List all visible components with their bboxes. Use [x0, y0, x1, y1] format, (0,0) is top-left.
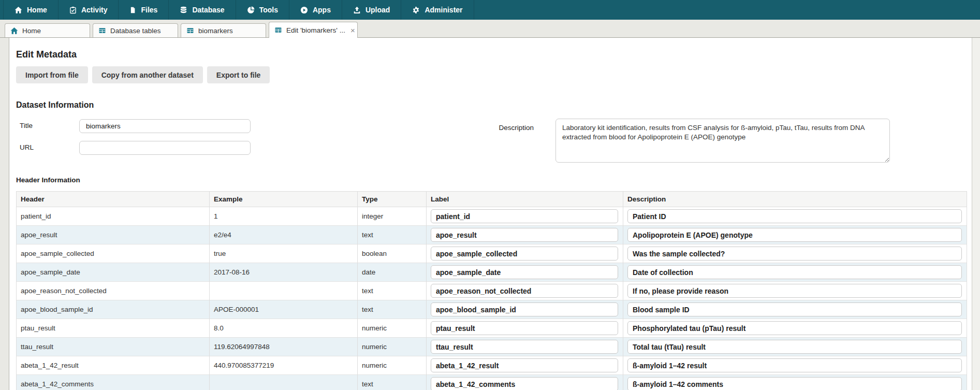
label-input[interactable]	[431, 377, 618, 390]
description-input[interactable]	[627, 340, 962, 354]
import-from-file-button[interactable]: Import from file	[16, 66, 88, 83]
table-row: patient_id1integer	[17, 207, 967, 226]
label-input[interactable]	[431, 247, 618, 261]
tab-label: biomarkers	[198, 27, 233, 35]
dataset-information-heading: Dataset Information	[16, 100, 964, 110]
label-input[interactable]	[431, 358, 618, 372]
top-nav: HomeActivityFilesDatabaseToolsAppsUpload…	[0, 0, 980, 20]
nav-item-label: Tools	[259, 6, 278, 14]
example-cell: 1	[214, 212, 218, 220]
tab-label: Edit 'biomarkers' ...	[286, 26, 345, 34]
description-input[interactable]	[627, 209, 962, 223]
tab-home[interactable]: Home	[5, 23, 90, 37]
file-icon	[129, 6, 136, 14]
table-row: ttau_result119.62064997848numeric	[17, 338, 967, 356]
header-cell: apoe_blood_sample_id	[21, 306, 93, 313]
header-cell: apoe_result	[21, 231, 57, 239]
type-cell: integer	[362, 212, 383, 220]
close-icon[interactable]: ×	[349, 26, 356, 34]
type-cell: text	[362, 380, 373, 388]
example-cell: e2/e4	[214, 231, 231, 239]
example-cell: 2017-08-16	[214, 268, 250, 276]
tab-edit-biomarkers[interactable]: Edit 'biomarkers' ...×	[269, 22, 358, 38]
main-content: Edit Metadata Import from file Copy from…	[9, 38, 980, 390]
upload-icon	[353, 6, 361, 14]
pie-chart-icon	[247, 6, 255, 14]
column-header-description: Description	[623, 192, 967, 207]
column-header-header: Header	[17, 192, 210, 207]
nav-item-label: Administer	[425, 6, 462, 14]
nav-item-apps[interactable]: Apps	[289, 0, 342, 20]
header-cell: ptau_result	[21, 324, 55, 332]
type-cell: numeric	[362, 362, 387, 369]
header-cell: apoe_sample_date	[21, 268, 80, 276]
table-row: apoe_resulte2/e4text	[17, 226, 967, 244]
description-input[interactable]	[627, 265, 962, 279]
nav-item-label: Home	[27, 6, 47, 14]
column-header-label: Label	[427, 192, 623, 207]
header-information-table: HeaderExampleTypeLabelDescription patien…	[16, 191, 967, 390]
copy-from-dataset-button[interactable]: Copy from another dataset	[92, 66, 203, 83]
description-input[interactable]	[627, 377, 962, 390]
type-cell: date	[362, 268, 375, 276]
description-input[interactable]	[627, 247, 962, 261]
example-cell: 119.62064997848	[214, 343, 270, 351]
url-input[interactable]	[79, 141, 251, 155]
nav-item-label: Activity	[81, 6, 108, 14]
table-row: abeta_1_42_result440.970085377219numeric	[17, 356, 967, 375]
nav-item-activity[interactable]: Activity	[58, 0, 119, 20]
nav-item-label: Files	[141, 6, 157, 14]
nav-item-database[interactable]: Database	[169, 0, 236, 20]
column-header-type: Type	[358, 192, 427, 207]
type-cell: text	[362, 231, 373, 239]
label-input[interactable]	[431, 209, 618, 223]
label-input[interactable]	[431, 228, 618, 242]
gear-icon	[412, 6, 420, 14]
nav-item-administer[interactable]: Administer	[401, 0, 474, 20]
export-to-file-button[interactable]: Export to file	[207, 66, 270, 83]
example-cell: APOE-000001	[214, 306, 259, 313]
table-body: patient_id1integerapoe_resulte2/e4textap…	[17, 207, 967, 390]
header-cell: apoe_reason_not_collected	[21, 287, 107, 295]
clipboard-check-icon	[69, 6, 77, 14]
nav-item-label: Database	[192, 6, 224, 14]
header-information-heading: Header Information	[16, 176, 964, 184]
description-input[interactable]	[627, 358, 962, 372]
tab-bar: HomeDatabase tablesbiomarkersEdit 'bioma…	[0, 20, 980, 38]
label-input[interactable]	[431, 302, 618, 316]
description-input[interactable]	[627, 284, 962, 298]
title-input[interactable]	[79, 119, 251, 133]
type-cell: numeric	[362, 343, 387, 351]
label-input[interactable]	[431, 265, 618, 279]
type-cell: boolean	[362, 250, 387, 257]
nav-item-upload[interactable]: Upload	[342, 0, 401, 20]
description-textarea[interactable]: Laboratory kit identification, results f…	[555, 119, 890, 163]
label-input[interactable]	[431, 284, 618, 298]
table-row: apoe_sample_date2017-08-16date	[17, 263, 967, 282]
table-row: apoe_reason_not_collectedtext	[17, 282, 967, 300]
nav-item-label: Apps	[313, 6, 331, 14]
table-row: ptau_result8.0numeric	[17, 319, 967, 338]
url-label: URL	[20, 143, 34, 151]
nav-item-home[interactable]: Home	[3, 0, 58, 20]
description-input[interactable]	[627, 321, 962, 335]
label-input[interactable]	[431, 321, 618, 335]
table-row: apoe_blood_sample_idAPOE-000001text	[17, 300, 967, 319]
header-cell: patient_id	[21, 212, 51, 220]
nav-item-tools[interactable]: Tools	[236, 0, 289, 20]
title-label: Title	[20, 122, 33, 129]
tab-label: Home	[22, 27, 41, 35]
label-input[interactable]	[431, 340, 618, 354]
tab-biomarkers[interactable]: biomarkers	[181, 23, 266, 37]
header-cell: abeta_1_42_comments	[21, 380, 94, 388]
table-row: apoe_sample_collectedtrueboolean	[17, 244, 967, 263]
description-input[interactable]	[627, 228, 962, 242]
nav-item-files[interactable]: Files	[119, 0, 169, 20]
scrollbar[interactable]	[972, 38, 980, 390]
tab-database-tables[interactable]: Database tables	[93, 23, 178, 37]
table-row: abeta_1_42_commentstext	[17, 375, 967, 390]
description-input[interactable]	[627, 302, 962, 316]
page-title: Edit Metadata	[16, 49, 964, 60]
tab-label: Database tables	[110, 27, 161, 35]
example-cell: true	[214, 250, 226, 257]
